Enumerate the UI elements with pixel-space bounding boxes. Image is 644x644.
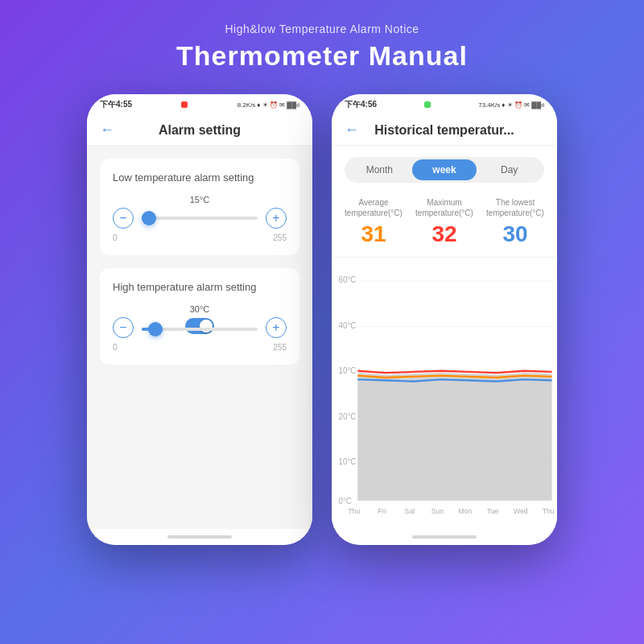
- high-temp-range: 0 255: [113, 343, 287, 352]
- low-temp-range-min: 0: [113, 233, 118, 242]
- back-button-alarm[interactable]: ←: [100, 122, 114, 138]
- tab-bar: Month week Day: [345, 157, 544, 183]
- header-subtitle: High&low Temperature Alarm Notice: [225, 23, 419, 35]
- stat-max-value: 32: [409, 221, 480, 247]
- stat-min-label: The lowesttemperature(°C): [480, 197, 551, 218]
- high-temp-toggle[interactable]: [185, 318, 214, 334]
- status-time-hist: 下午4:56: [345, 99, 377, 110]
- stat-max: Maximumtemperature(°C) 32: [409, 197, 480, 247]
- chart-area: 60°C 40°C 10°C 20°C 10°C 0°C: [332, 258, 557, 529]
- svg-text:Fri: Fri: [378, 507, 386, 515]
- home-bar-alarm: [167, 535, 232, 539]
- stat-average: Averagetemperature(°C) 31: [338, 197, 409, 247]
- high-temp-plus-btn[interactable]: +: [266, 317, 287, 338]
- chart-fill-area: [357, 373, 551, 501]
- high-temp-thumb[interactable]: [148, 322, 163, 336]
- svg-text:10°C: 10°C: [339, 457, 357, 466]
- stats-row: Averagetemperature(°C) 31 Maximumtempera…: [332, 191, 557, 258]
- phone-hist: 下午4:56 73.4K/s ♦ ☀ ⏰ ✉ ▓▓ıl ← Historical…: [332, 94, 557, 545]
- svg-text:40°C: 40°C: [339, 321, 357, 330]
- high-temp-section: High temperature alarm setting 30°C − +: [100, 268, 299, 365]
- high-temp-value: 30°C: [113, 304, 287, 314]
- status-badge-alarm: [181, 101, 188, 108]
- home-indicator-alarm: [87, 529, 312, 545]
- chart-line-max: [357, 371, 551, 373]
- svg-text:Sun: Sun: [431, 507, 444, 515]
- stat-average-value: 31: [338, 221, 409, 247]
- status-icons-hist: 73.4K/s ♦ ☀ ⏰ ✉ ▓▓ıl: [478, 101, 544, 109]
- nav-title-hist: Historical temperatur...: [369, 123, 520, 138]
- svg-text:10°C: 10°C: [339, 366, 357, 375]
- hist-content: Month week Day Averagetemperature(°C) 31…: [332, 146, 557, 529]
- chart-svg: 60°C 40°C 10°C 20°C 10°C 0°C: [332, 264, 557, 529]
- low-temp-label: Low temperature alarm setting: [113, 171, 287, 184]
- home-bar-hist: [412, 535, 477, 539]
- tab-week[interactable]: week: [412, 159, 477, 180]
- high-temp-minus-btn[interactable]: −: [113, 317, 134, 338]
- status-badge-hist: [424, 101, 431, 108]
- low-temp-slider-row: − +: [113, 208, 287, 229]
- high-temp-range-min: 0: [113, 343, 118, 352]
- nav-bar-alarm: ← Alarm setting: [87, 114, 312, 146]
- tab-day[interactable]: Day: [477, 159, 542, 180]
- high-temp-track-wrapper: [142, 324, 258, 331]
- high-temp-track[interactable]: [142, 328, 258, 331]
- phone-alarm: 下午4:55 8.2K/s ♦ ☀ ⏰ ✉ ▓▓ıl ← Alarm setti…: [87, 94, 312, 545]
- svg-text:60°C: 60°C: [339, 275, 357, 284]
- low-temp-thumb[interactable]: [142, 211, 156, 225]
- high-temp-label: High temperature alarm setting: [113, 281, 287, 293]
- low-temp-section: Low temperature alarm setting 15°C − + 0…: [100, 159, 299, 255]
- svg-text:Sat: Sat: [404, 507, 415, 515]
- low-temp-minus-btn[interactable]: −: [113, 208, 134, 229]
- stat-min: The lowesttemperature(°C) 30: [480, 197, 551, 247]
- nav-title-alarm: Alarm setting: [124, 123, 275, 138]
- svg-text:Tue: Tue: [487, 507, 499, 515]
- low-temp-track[interactable]: [142, 217, 258, 220]
- svg-text:Thu: Thu: [543, 507, 555, 515]
- tab-month[interactable]: Month: [347, 159, 412, 180]
- high-temp-slider-row: − +: [113, 317, 287, 338]
- svg-text:Wed: Wed: [514, 507, 528, 515]
- svg-text:20°C: 20°C: [339, 411, 357, 420]
- phones-container: 下午4:55 8.2K/s ♦ ☀ ⏰ ✉ ▓▓ıl ← Alarm setti…: [87, 94, 557, 545]
- svg-text:0°C: 0°C: [339, 497, 352, 506]
- status-icons-alarm: 8.2K/s ♦ ☀ ⏰ ✉ ▓▓ıl: [237, 101, 299, 109]
- low-temp-range: 0 255: [113, 233, 287, 242]
- low-temp-value: 15°C: [113, 195, 287, 204]
- svg-text:Mon: Mon: [458, 507, 472, 515]
- back-button-hist[interactable]: ←: [345, 122, 359, 138]
- status-bar-hist: 下午4:56 73.4K/s ♦ ☀ ⏰ ✉ ▓▓ıl: [332, 94, 557, 114]
- high-temp-range-max: 255: [273, 343, 287, 352]
- status-time-alarm: 下午4:55: [100, 99, 132, 110]
- low-temp-plus-btn[interactable]: +: [266, 208, 287, 229]
- nav-bar-hist: ← Historical temperatur...: [332, 114, 557, 146]
- stat-max-label: Maximumtemperature(°C): [409, 197, 480, 218]
- svg-text:Thu: Thu: [349, 507, 361, 515]
- stat-average-label: Averagetemperature(°C): [338, 197, 409, 218]
- low-temp-range-max: 255: [273, 233, 287, 242]
- stat-min-value: 30: [480, 221, 551, 247]
- main-title: Thermometer Manual: [176, 40, 468, 72]
- status-bar-alarm: 下午4:55 8.2K/s ♦ ☀ ⏰ ✉ ▓▓ıl: [87, 94, 312, 114]
- alarm-content: Low temperature alarm setting 15°C − + 0…: [87, 146, 312, 529]
